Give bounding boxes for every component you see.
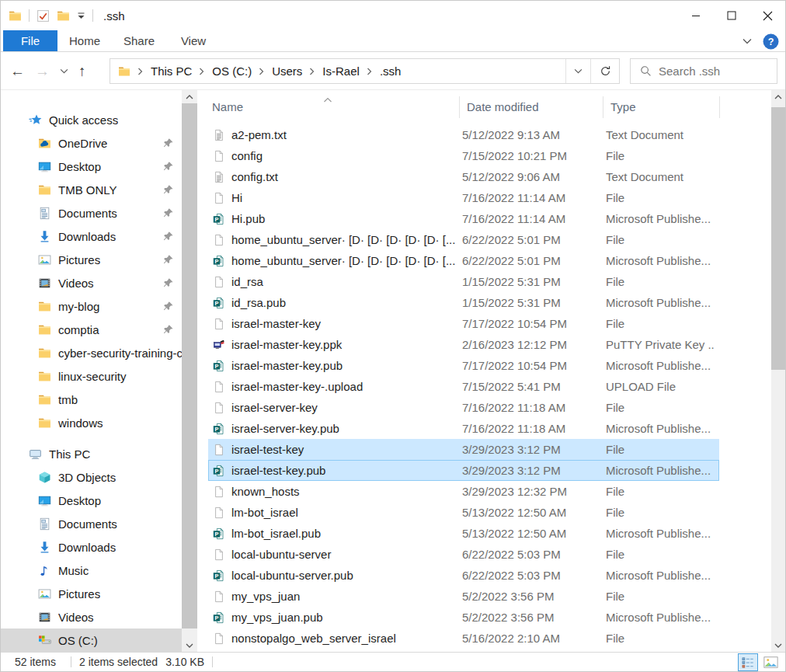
address-bar[interactable]: This PCOS (C:)UsersIs-Rael.ssh	[110, 58, 620, 84]
file-row-nonstopalgo-web-server-israel[interactable]: nonstopalgo_web_server_israel5/16/2022 2…	[208, 628, 719, 649]
scrollbar-thumb[interactable]	[771, 107, 785, 370]
chevron-right-icon[interactable]	[367, 68, 373, 75]
sidebar-item-os-c[interactable]: OS (C:)	[1, 628, 182, 652]
sidebar-item-tmb[interactable]: tmb	[1, 388, 182, 411]
file-row-israel-server-key-pub[interactable]: Pisrael-server-key.pub7/16/2022 11:18 AM…	[208, 418, 719, 439]
column-header-name[interactable]: Name	[212, 100, 243, 113]
breadcrumb-item-this-pc[interactable]: This PC	[151, 64, 192, 78]
chevron-down-icon[interactable]	[60, 68, 68, 74]
column-header-type[interactable]: Type	[610, 100, 636, 113]
file-type: Text Document	[606, 170, 715, 183]
sidebar-item-onedrive[interactable]: OneDrive	[1, 131, 182, 155]
file-row-a2-pem-txt[interactable]: a2-pem.txt5/12/2022 9:13 AMText Document	[208, 124, 719, 145]
tab-view[interactable]: View	[166, 30, 221, 51]
tab-home[interactable]: Home	[57, 30, 112, 51]
file-row-lm-bot-israel-pub[interactable]: Plm-bot_israel.pub5/13/2022 12:50 AMMicr…	[208, 523, 719, 544]
file-row-config-txt[interactable]: config.txt5/12/2022 9:06 AMText Document	[208, 166, 719, 187]
file-row-israel-master-key-pub[interactable]: Pisrael-master-key.pub7/17/2022 10:54 PM…	[208, 355, 719, 376]
breadcrumb-item-users[interactable]: Users	[272, 64, 302, 78]
help-icon[interactable]: ?	[763, 33, 779, 50]
file-row-id-rsa[interactable]: id_rsa1/15/2022 5:31 PMFile	[208, 271, 719, 292]
breadcrumb-item-os-c[interactable]: OS (C:)	[212, 64, 252, 78]
sidebar-item-label: windows	[58, 416, 103, 430]
column-divider[interactable]	[603, 96, 603, 118]
tab-share[interactable]: Share	[112, 30, 166, 51]
file-row-lm-bot-israel[interactable]: lm-bot_israel5/13/2022 12:50 AMFile	[208, 502, 719, 523]
chevron-right-icon[interactable]	[309, 68, 315, 75]
column-divider[interactable]	[719, 96, 720, 118]
file-row-my-vps-juan[interactable]: my_vps_juan5/2/2022 3:56 PMFile	[208, 586, 719, 607]
sidebar-item-music[interactable]: Music	[1, 559, 182, 582]
sidebar-item-documents[interactable]: Documents	[1, 512, 182, 535]
sidebar-item-comptia[interactable]: comptia	[1, 318, 182, 341]
thumbnails-view-button[interactable]	[760, 653, 781, 671]
file-row-israel-test-key-pub[interactable]: Pisrael-test-key.pub3/29/2023 3:12 PMMic…	[208, 460, 719, 481]
file-row-local-ubuntu-server[interactable]: local-ubuntu-server6/22/2022 5:03 PMFile	[208, 544, 719, 565]
file-row-home-ubuntu-server-d-d-d-d-d[interactable]: Phome_ubuntu_server· [D· [D· [D· [D· [D·…	[208, 250, 719, 271]
details-view-button[interactable]	[738, 653, 758, 671]
sidebar-item-pictures[interactable]: Pictures	[1, 582, 182, 605]
sidebar-item-videos[interactable]: Videos	[1, 271, 182, 294]
tab-file[interactable]: File	[3, 30, 57, 51]
sidebar-item-linux-security[interactable]: linux-security	[1, 364, 182, 388]
file-row-config[interactable]: config7/15/2022 10:21 PMFile	[208, 145, 719, 166]
sidebar-item-windows[interactable]: windows	[1, 411, 182, 434]
file-row-israel-server-key[interactable]: israel-server-key7/16/2022 11:18 AMFile	[208, 397, 719, 418]
sidebar-item-pictures[interactable]: Pictures	[1, 248, 182, 271]
file-list-scrollbar[interactable]	[771, 90, 785, 652]
toolbar-dropdown-icon[interactable]	[77, 12, 85, 19]
file-row-local-ubuntu-server-pub[interactable]: Plocal-ubuntu-server.pub6/22/2022 5:03 P…	[208, 565, 719, 586]
breadcrumb-item-is-rael[interactable]: Is-Rael	[322, 64, 360, 78]
scroll-up-icon[interactable]	[182, 90, 197, 103]
folder-icon	[38, 346, 51, 360]
scrollbar-thumb[interactable]	[182, 103, 197, 628]
close-button[interactable]	[749, 1, 785, 30]
column-divider[interactable]	[459, 96, 460, 118]
file-row-israel-master-key-ppk[interactable]: israel-master-key.ppk2/16/2023 12:12 PMP…	[208, 334, 719, 355]
file-row-israel-master-key[interactable]: israel-master-key7/17/2022 10:54 PMFile	[208, 313, 719, 334]
refresh-button[interactable]	[590, 59, 619, 83]
chevron-right-icon[interactable]	[137, 68, 144, 75]
file-name: Hi.pub	[231, 212, 265, 225]
back-arrow-icon[interactable]: ←	[10, 64, 25, 78]
sidebar-item-3d-objects[interactable]: 3D Objects	[1, 465, 182, 489]
sidebar-item-desktop[interactable]: Desktop	[1, 155, 182, 178]
file-row-my-vps-juan-pub[interactable]: Pmy_vps_juan.pub5/2/2022 3:56 PMMicrosof…	[208, 607, 719, 628]
column-header-date-modified[interactable]: Date modified	[467, 100, 539, 113]
sidebar-item-desktop[interactable]: Desktop	[1, 489, 182, 512]
search-input[interactable]: Search .ssh	[659, 64, 720, 78]
file-row-hi-pub[interactable]: PHi.pub7/16/2022 11:14 AMMicrosoft Publi…	[208, 208, 719, 229]
sidebar-item-downloads[interactable]: Downloads	[1, 225, 182, 248]
sidebar-item-quick-access[interactable]: Quick access	[1, 108, 182, 131]
file-row-israel-master-key-upload[interactable]: israel-master-key-.upload7/15/2022 5:41 …	[208, 376, 719, 397]
scroll-up-icon[interactable]	[771, 90, 785, 103]
sidebar-item-documents[interactable]: Documents	[1, 201, 182, 225]
scroll-down-icon[interactable]	[182, 639, 197, 652]
blank-file-icon	[213, 381, 225, 393]
chevron-right-icon[interactable]	[259, 68, 265, 75]
forward-arrow-icon[interactable]: →	[35, 64, 50, 78]
chevron-right-icon[interactable]	[199, 68, 205, 75]
breadcrumb-item-ssh[interactable]: .ssh	[380, 64, 402, 78]
file-row-hi[interactable]: Hi7/16/2022 11:14 AMFile	[208, 187, 719, 208]
file-row-home-ubuntu-server-d-d-d-d-d[interactable]: home_ubuntu_server· [D· [D· [D· [D· [D· …	[208, 229, 719, 250]
search-box[interactable]: Search .ssh	[630, 58, 777, 84]
file-row-israel-test-key[interactable]: israel-test-key3/29/2023 3:12 PMFile	[208, 439, 719, 460]
folder-icon[interactable]	[57, 9, 70, 23]
minimize-button[interactable]	[678, 1, 714, 30]
maximize-button[interactable]	[714, 1, 749, 30]
checkmark-icon[interactable]	[37, 9, 50, 23]
chevron-down-icon[interactable]	[743, 38, 752, 44]
up-arrow-icon[interactable]: ↑	[78, 64, 86, 78]
sidebar-scrollbar[interactable]	[182, 90, 197, 652]
scroll-down-icon[interactable]	[771, 639, 785, 652]
sidebar-item-downloads[interactable]: Downloads	[1, 535, 182, 559]
sidebar-item-cyber-security-training-co[interactable]: cyber-security-training-co	[1, 341, 182, 364]
sidebar-item-videos[interactable]: Videos	[1, 605, 182, 628]
file-row-known-hosts[interactable]: known_hosts3/29/2023 12:32 PMFile	[208, 481, 719, 502]
sidebar-item-tmb-only[interactable]: TMB ONLY	[1, 178, 182, 201]
file-row-id-rsa-pub[interactable]: Pid_rsa.pub1/15/2022 5:31 PMMicrosoft Pu…	[208, 292, 719, 313]
address-dropdown-button[interactable]	[565, 59, 590, 83]
sidebar-item-this-pc[interactable]: This PC	[1, 442, 182, 465]
sidebar-item-my-blog[interactable]: my-blog	[1, 294, 182, 318]
